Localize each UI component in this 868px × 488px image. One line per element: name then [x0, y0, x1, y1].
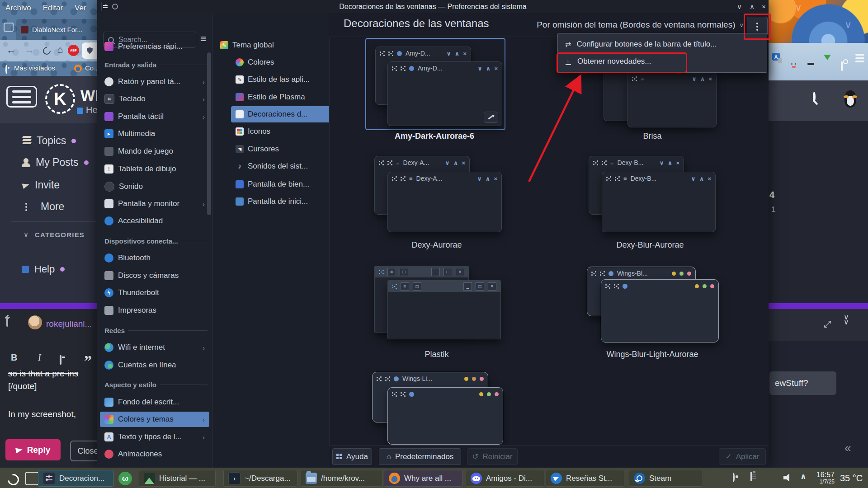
avatar[interactable] [28, 315, 42, 329]
bold-button[interactable]: B [11, 352, 17, 363]
taskbar-item-terminal[interactable]: › ~/Descarga... [223, 470, 297, 487]
sidebar-item-cuentas[interactable]: Cuentas en línea [100, 357, 209, 373]
italic-button[interactable]: I [38, 352, 41, 363]
list-item-decoraciones[interactable]: Decoraciones d... [231, 106, 329, 122]
minimize-button[interactable]: ∨ [737, 0, 742, 14]
window-titlebar[interactable]: Decoraciones de las ventanas — Preferenc… [97, 0, 769, 14]
theme-card-dexyblur[interactable]: ≡ Dexy-B... ∨∧× ≡ Dexy-B... ∨∧× [584, 151, 720, 237]
sidebar-item-discos[interactable]: Discos y cámaras [100, 268, 209, 283]
tracking-shield-icon[interactable] [87, 47, 93, 54]
keyboard-icon: ⌗ [104, 94, 114, 104]
adblock-icon[interactable]: ABP [68, 45, 79, 56]
forum-nav-invite[interactable]: Invite [23, 179, 60, 191]
sidebar-item-impresoras[interactable]: Impresoras [100, 303, 209, 318]
composer-grip-bar[interactable]: ⤢ ∨∨ [769, 309, 868, 341]
link-button[interactable] [60, 355, 61, 365]
taskbar-item-historial[interactable]: Historial — ... [139, 470, 216, 487]
virtual-desktop-pager[interactable] [25, 472, 39, 485]
theme-card-amy-dark[interactable]: Amy-D... ∨∧× Amy-D... ∨∧× [365, 38, 505, 130]
list-item-iconos[interactable]: Iconos [231, 123, 328, 140]
default-theme-combo[interactable]: Por omisión del tema (Bordes de ventana … [518, 20, 744, 30]
list-item-estilo-plasma[interactable]: Estilo de Plasma [231, 89, 328, 105]
sidebar-item-preferencias-rapidas[interactable]: Preferencias rápi... [100, 39, 209, 54]
sidebar-item-teclado[interactable]: ⌗ Teclado› [100, 91, 209, 107]
theme-card-dexy[interactable]: ≡ Dexy-A... ∨∧× ≡ Dexy-A... ∨∧× [370, 151, 505, 237]
taskbar-item-settings[interactable]: Decoracion... [38, 470, 113, 487]
sidebar-item-animaciones[interactable]: Animaciones [100, 446, 209, 462]
apply-button[interactable]: ✓Aplicar [719, 448, 766, 465]
search-icon[interactable] [813, 92, 816, 102]
help-button[interactable]: Ayuda [332, 448, 372, 465]
expand-icon[interactable]: ⤢ [824, 319, 831, 329]
forward-icon[interactable]: → [24, 44, 34, 56]
menu-archivo[interactable]: Archivo [5, 4, 31, 12]
sidebar-item-pantalla-monitor[interactable]: Pantalla y monitor› [100, 196, 209, 211]
tray-expand-caret-icon[interactable]: ∧ [800, 472, 807, 481]
sidebar-item-raton[interactable]: Ratón y panel tá...› [100, 74, 209, 89]
list-item-cursores[interactable]: ◥ Cursores [231, 141, 328, 157]
forum-category-help[interactable]: Help [22, 263, 65, 275]
theme-card-wings-light[interactable]: Wings-Li... [365, 368, 510, 445]
bookmark-most-visited[interactable]: Más visitados [14, 64, 55, 72]
list-item-colores[interactable]: Colores [231, 54, 328, 70]
composer-textarea[interactable]: so is that a pre-ins [/quote] In my scre… [8, 369, 99, 427]
theme-card-plastik[interactable]: ≡□ _□× ≡□ _□× [370, 261, 505, 345]
taskbar-item-gnu-app[interactable]: ω [118, 472, 132, 485]
forum-nav-more[interactable]: More [25, 201, 64, 213]
list-item-estilo-apps[interactable]: ✎ Estilo de las apli... [231, 71, 328, 88]
browser-tab[interactable]: DiabloNext For... [16, 19, 97, 40]
reset-button[interactable]: ↺Reiniciar [467, 448, 518, 465]
sidebar-item-pantalla-tactil[interactable]: Pantalla táctil› [100, 109, 209, 124]
theme-card-wings[interactable]: Wings-Bl... [582, 262, 722, 345]
collapse-left-icon[interactable]: « [844, 441, 851, 455]
sidebar-item-thunderbolt[interactable]: ϟ Thunderbolt [100, 285, 209, 300]
taskbar-item-file-manager[interactable]: /home/krov... [301, 470, 383, 487]
sidebar-item-wifi[interactable]: Wifi e internet› [100, 340, 209, 355]
reply-button[interactable]: Reply [5, 439, 61, 460]
extensions-puzzle-icon[interactable] [841, 61, 843, 71]
tray-brightness-icon[interactable] [765, 470, 770, 478]
menu-ver[interactable]: Ver [75, 4, 86, 12]
sidebar-item-fondo[interactable]: Fondo del escrit... [100, 394, 209, 410]
menu-item-configure-titlebar-buttons[interactable]: ⇄ Configurar botones de la barra de títu… [558, 36, 767, 53]
close-window-button[interactable]: × [762, 0, 766, 14]
home-icon[interactable]: ⌂ [57, 44, 63, 56]
forum-nav-topics[interactable]: Topics [23, 135, 76, 147]
tray-clipboard-icon[interactable] [750, 473, 752, 481]
edit-theme-button[interactable] [484, 112, 498, 123]
list-item-tema-global[interactable]: ✎ Tema global [216, 37, 328, 53]
quote-button[interactable]: ” [84, 359, 92, 363]
forum-categories-toggle[interactable]: ∨ CATEGORIES [24, 230, 85, 239]
list-item-inicio[interactable]: Pantalla de inici... [231, 193, 328, 210]
clock[interactable]: 16:57 1/7/25 [814, 471, 835, 485]
sidebar-item-mando[interactable]: Mando de juego [100, 144, 209, 159]
sidebar-item-tableta[interactable]: ! Tableta de dibujo [100, 161, 209, 177]
menu-editar[interactable]: Editar [43, 4, 63, 12]
taskbar-item-steam[interactable]: Steam [629, 470, 703, 487]
temperature-widget[interactable]: 35 °C [840, 473, 863, 483]
forum-hamburger-button[interactable] [6, 86, 37, 108]
back-icon[interactable]: ← [6, 44, 16, 56]
sidebar-item-sonido[interactable]: Sonido [100, 179, 209, 194]
firefox-menu-icon[interactable] [855, 54, 864, 64]
tab-list-icon[interactable] [4, 23, 14, 32]
taskbar-item-resenas[interactable]: Reseñas St... [546, 470, 624, 487]
defaults-button[interactable]: ⌂Predeterminados [379, 448, 461, 465]
share-button[interactable] [6, 318, 8, 326]
sidebar-item-colores-temas[interactable]: Colores y temas› [100, 412, 209, 427]
taskbar-item-discord[interactable]: Amigos - Di... [466, 470, 544, 487]
reload-icon[interactable] [41, 45, 52, 56]
maximize-button[interactable]: ∧ [750, 0, 755, 14]
sidebar-item-accesibilidad[interactable]: Accesibilidad [100, 213, 209, 229]
tray-steam-icon[interactable] [733, 474, 735, 482]
forum-nav-my-posts[interactable]: My Posts [23, 156, 89, 169]
list-item-bienvenida[interactable]: Pantalla de bien... [231, 176, 328, 192]
list-item-sonidos[interactable]: ♪ Sonidos del sist... [231, 158, 328, 174]
sidebar-item-bluetooth[interactable]: Bluetooth [100, 250, 209, 266]
download-arrow-icon[interactable] [824, 55, 831, 60]
sidebar-item-texto[interactable]: A Texto y tipos de l...› [100, 429, 209, 445]
translate-icon[interactable]: A [772, 53, 780, 61]
taskbar-item-firefox[interactable]: Why are all ... [384, 470, 462, 487]
collapse-double-chevron-icon[interactable]: ∨∨ [844, 314, 849, 324]
sidebar-item-multimedia[interactable]: ▸ Multimedia [100, 126, 209, 141]
